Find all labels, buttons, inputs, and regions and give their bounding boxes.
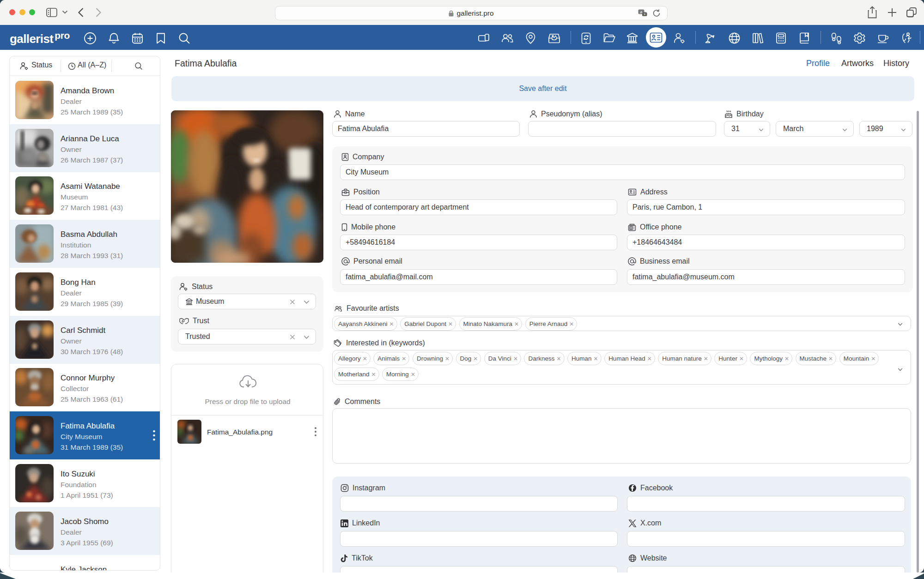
svg-text:x: x <box>644 12 645 16</box>
